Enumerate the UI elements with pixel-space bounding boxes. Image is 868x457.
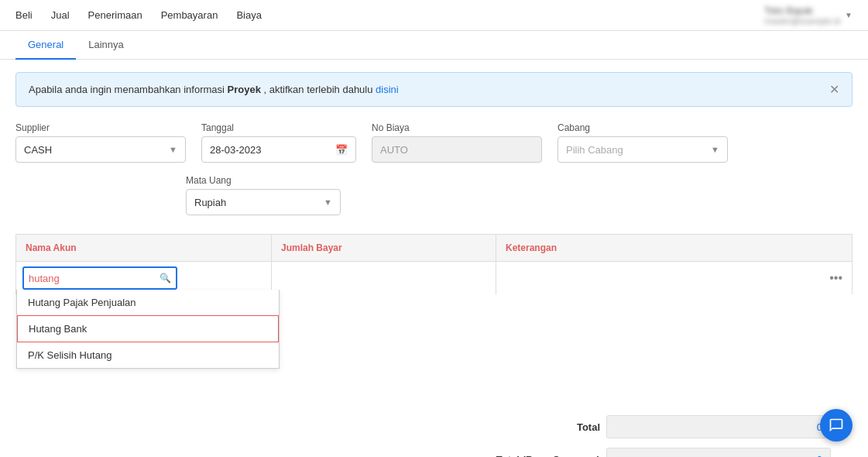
matauang-group: Mata Uang Rupiah ▼ xyxy=(186,175,341,215)
cabang-chevron-icon: ▼ xyxy=(711,145,719,154)
tab-lainnya[interactable]: Lainnya xyxy=(76,31,136,60)
nav-penerimaan[interactable]: Penerimaan xyxy=(88,9,142,21)
nobiaya-label: No Biaya xyxy=(372,122,542,133)
tanggal-group: Tanggal 28-03-2023 📅 xyxy=(201,122,356,163)
tanggal-label: Tanggal xyxy=(201,122,356,133)
td-jumlah-bayar xyxy=(272,262,496,294)
nav-biaya[interactable]: Biaya xyxy=(236,9,262,21)
info-banner: Apabila anda ingin menambahkan informasi… xyxy=(15,72,853,107)
row-options-button[interactable]: ••• xyxy=(826,271,846,285)
nama-akun-search-input[interactable] xyxy=(29,273,160,284)
total-row: Total 0 xyxy=(507,411,853,443)
dropdown-item-1[interactable]: Hutang Bank xyxy=(17,315,279,342)
tab-general[interactable]: General xyxy=(15,31,76,60)
nav-pembayaran[interactable]: Pembayaran xyxy=(161,9,218,21)
table-header: Nama Akun Jumlah Bayar Keterangan xyxy=(15,234,853,261)
user-chevron-icon[interactable]: ▼ xyxy=(845,11,853,19)
total-value: 0 xyxy=(606,415,831,438)
nobiaya-input: AUTO xyxy=(372,136,542,163)
td-nama-akun: 🔍 Hutang Pajak Penjualan Hutang Bank P/K… xyxy=(16,262,272,294)
matauang-value: Rupiah xyxy=(194,197,226,208)
totals-area: Total 0 Total (Base Currency) 0 xyxy=(15,411,853,457)
cabang-label: Cabang xyxy=(558,122,728,133)
matauang-select[interactable]: Rupiah ▼ xyxy=(186,189,341,215)
supplier-label: Supplier xyxy=(15,122,186,133)
dropdown-item-2[interactable]: P/K Selisih Hutang xyxy=(17,342,279,368)
supplier-select[interactable]: CASH ▼ xyxy=(15,136,186,163)
matauang-chevron-icon: ▼ xyxy=(324,198,332,207)
main-content: Apabila anda ingin menambahkan informasi… xyxy=(0,60,868,457)
banner-bold: Proyek xyxy=(228,84,261,95)
total-label: Total xyxy=(507,421,600,433)
chat-button[interactable] xyxy=(820,409,853,442)
nav-jual[interactable]: Jual xyxy=(51,9,70,21)
table-section: Nama Akun Jumlah Bayar Keterangan 🔍 Huta… xyxy=(15,234,853,457)
nama-akun-dropdown: Hutang Pajak Penjualan Hutang Bank P/K S… xyxy=(16,290,280,369)
calendar-icon: 📅 xyxy=(335,144,348,156)
user-area: Toko Bapak master@example.id ▼ xyxy=(764,5,853,26)
user-email: master@example.id xyxy=(764,16,840,26)
cabang-select[interactable]: Pilih Cabang ▼ xyxy=(558,136,728,163)
form-row-2: Mata Uang Rupiah ▼ xyxy=(15,175,853,215)
tabs-bar: General Lainnya xyxy=(0,31,868,60)
supplier-chevron-icon: ▼ xyxy=(169,145,177,154)
th-jumlah-bayar: Jumlah Bayar xyxy=(272,235,496,261)
matauang-label: Mata Uang xyxy=(186,175,341,186)
supplier-value: CASH xyxy=(24,144,52,156)
cabang-group: Cabang Pilih Cabang ▼ xyxy=(558,122,728,163)
top-nav: Beli Jual Penerimaan Pembayaran Biaya To… xyxy=(0,0,868,31)
banner-close-button[interactable]: ✕ xyxy=(829,82,839,97)
form-row-1: Supplier CASH ▼ Tanggal 28-03-2023 📅 No … xyxy=(15,122,853,163)
supplier-group: Supplier CASH ▼ xyxy=(15,122,186,163)
th-keterangan: Keterangan xyxy=(496,235,852,261)
total-base-row: Total (Base Currency) 0 xyxy=(496,443,853,457)
nobiaya-group: No Biaya AUTO xyxy=(372,122,542,163)
nav-beli[interactable]: Beli xyxy=(15,9,33,21)
chat-icon xyxy=(829,417,844,433)
total-base-label: Total (Base Currency) xyxy=(496,454,600,458)
banner-link[interactable]: disini xyxy=(376,84,399,95)
td-keterangan: ••• xyxy=(496,262,852,294)
user-name: Toko Bapak xyxy=(764,5,840,16)
cabang-placeholder: Pilih Cabang xyxy=(566,144,623,156)
tanggal-value: 28-03-2023 xyxy=(210,144,262,156)
tanggal-input[interactable]: 28-03-2023 📅 xyxy=(201,136,356,163)
nobiaya-value: AUTO xyxy=(380,144,408,156)
dropdown-item-0[interactable]: Hutang Pajak Penjualan xyxy=(17,290,279,315)
th-nama-akun: Nama Akun xyxy=(16,235,272,261)
banner-text: Apabila anda ingin menambahkan informasi… xyxy=(29,84,399,95)
table-row: 🔍 Hutang Pajak Penjualan Hutang Bank P/K… xyxy=(15,261,853,294)
total-base-value: 0 xyxy=(606,448,831,457)
nama-akun-search-wrap: 🔍 xyxy=(22,266,177,290)
search-icon: 🔍 xyxy=(160,273,171,283)
